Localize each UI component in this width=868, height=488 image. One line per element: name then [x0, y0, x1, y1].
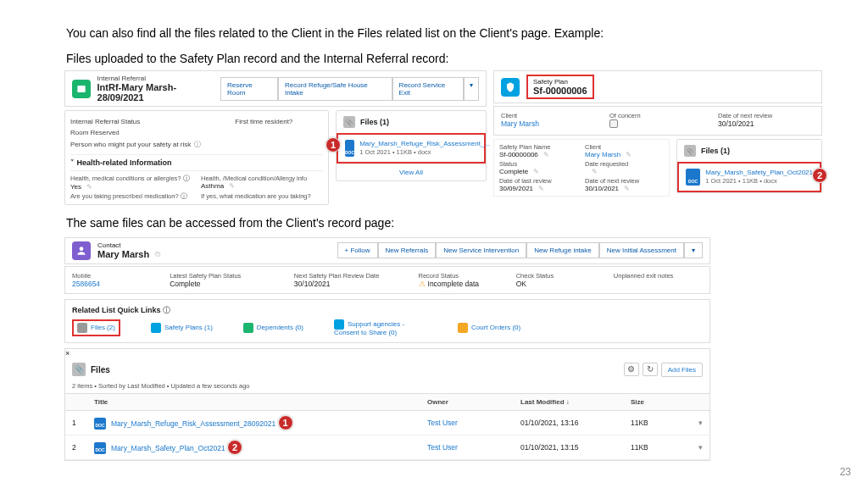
- mobile-link[interactable]: 2586654: [72, 280, 161, 288]
- rlq-files-link[interactable]: Files (2): [72, 319, 120, 336]
- files-icon: [343, 116, 355, 128]
- callout-badge-1: 1: [278, 415, 293, 430]
- files-icon: [684, 145, 696, 157]
- rlq-title: Related List Quick Links: [72, 305, 703, 316]
- files-card: Files (1) Mary_Marsh_Safety_Plan_Oct2021…: [676, 139, 822, 193]
- record-header: Internal Referral IntRf-Mary Marsh-28/09…: [64, 70, 487, 107]
- field-label: Client: [501, 112, 598, 119]
- intro-text: You can also find all the files related …: [66, 25, 802, 42]
- new-referrals-button[interactable]: New Referrals: [378, 242, 437, 258]
- file-title-link[interactable]: Mary_Marsh_Safety_Plan_Oct2021: [111, 444, 225, 452]
- field-value: Incomplete data: [419, 280, 508, 288]
- client-link[interactable]: Mary Marsh: [585, 151, 664, 158]
- more-actions-button[interactable]: ▾: [464, 77, 479, 101]
- table-row[interactable]: 1 Mary_Marsh_Refuge_Risk_Assessment_2809…: [65, 410, 709, 435]
- safety-plan-icon: [501, 78, 520, 97]
- more-actions-button[interactable]: ▾: [684, 242, 703, 258]
- field-value: 30/09/2021: [499, 185, 578, 192]
- safety-plan-record: Safety Plan Sf-00000006 ClientMary Marsh…: [493, 70, 822, 205]
- record-name: Sf-00000006: [533, 86, 587, 96]
- field-value: [585, 168, 664, 175]
- settings-button[interactable]: ⚙: [624, 363, 639, 376]
- field-label: Room Reserved: [70, 129, 201, 136]
- field-label: Person who might put your safety at risk: [70, 140, 201, 149]
- files-header: Files (1): [360, 118, 389, 126]
- refresh-button[interactable]: ↻: [643, 363, 658, 376]
- record-exit-button[interactable]: Record Service Exit: [392, 77, 464, 101]
- field-label: Of concern: [609, 112, 706, 119]
- related-list-quick-links: Related List Quick Links Files (2) Safet…: [64, 299, 710, 343]
- doc-icon: [345, 140, 354, 157]
- field-label: If yes, what medication are you taking?: [201, 192, 323, 201]
- field-label: Date of next review: [585, 177, 664, 185]
- field-label: Internal Referral Status: [70, 118, 201, 125]
- field-label: Mobile: [72, 272, 161, 280]
- cell-size: 11KB: [624, 410, 692, 435]
- file-title-link[interactable]: Mary_Marsh_Refuge_Risk_Assessment_280920…: [111, 419, 275, 428]
- field-value: Complete: [170, 280, 286, 288]
- rlq-support-agencies-link[interactable]: Support agencies - Consent to Share (0): [334, 319, 427, 337]
- same-files-text: The same files can be accessed from the …: [66, 215, 802, 232]
- field-value: 30/10/2021: [718, 119, 815, 128]
- record-object-label: Internal Referral: [97, 75, 220, 82]
- col-title[interactable]: Title: [87, 393, 420, 410]
- file-meta: 1 Oct 2021 • 11KB • docx: [359, 148, 490, 156]
- view-all-link[interactable]: View All: [337, 164, 486, 180]
- callout-badge-2: 2: [227, 440, 242, 455]
- row-index: 2: [65, 435, 87, 459]
- new-initial-assessment-button[interactable]: New Initial Assessment: [599, 242, 684, 258]
- record-header: Safety Plan Sf-00000006: [493, 70, 822, 103]
- internal-referral-icon: [72, 80, 91, 98]
- row-menu-button[interactable]: ▾: [692, 410, 709, 435]
- add-files-button[interactable]: Add Files: [661, 363, 703, 377]
- section-toggle[interactable]: Health-related Information: [70, 154, 323, 171]
- field-label: Latest Safety Plan Status: [170, 272, 286, 280]
- field-label: Next Safety Plan Review Date: [294, 272, 410, 280]
- cell-modified: 01/10/2021, 13:15: [514, 435, 624, 459]
- col-modified[interactable]: Last Modified ↓: [514, 393, 624, 410]
- doc-icon: [94, 442, 106, 454]
- col-owner[interactable]: Owner: [420, 393, 514, 410]
- doc-icon: [94, 418, 106, 430]
- record-object-label: Contact: [97, 241, 161, 249]
- field-label: First time resident?: [235, 118, 292, 125]
- callout-badge-2: 2: [812, 168, 827, 183]
- cell-modified: 01/10/2021, 13:16: [514, 410, 624, 435]
- record-object-label: Safety Plan: [533, 78, 587, 86]
- owner-link[interactable]: Test User: [420, 410, 514, 435]
- field-value: OK: [516, 280, 605, 288]
- files-card: Files (1) Mary_Marsh_Refuge_Risk_Assessm…: [336, 110, 487, 181]
- field-value: 30/10/2021: [585, 185, 664, 192]
- field-label: Safety Plan Name: [499, 143, 578, 151]
- col-size[interactable]: Size: [624, 393, 692, 410]
- contact-record: Contact Mary Marsh ♲ + Follow New Referr…: [64, 237, 710, 461]
- owner-link[interactable]: Test User: [420, 435, 514, 459]
- client-link[interactable]: Mary Marsh: [501, 119, 598, 128]
- field-value: Complete: [499, 168, 578, 175]
- follow-button[interactable]: + Follow: [337, 242, 378, 258]
- new-refuge-intake-button[interactable]: New Refuge intake: [526, 242, 599, 258]
- page-number: 23: [840, 466, 851, 478]
- internal-referral-record: Internal Referral IntRf-Mary Marsh-28/09…: [64, 70, 487, 205]
- table-row[interactable]: 2 Mary_Marsh_Safety_Plan_Oct2021 2 Test …: [65, 435, 709, 459]
- hierarchy-icon[interactable]: ♲: [154, 250, 161, 258]
- rlq-safety-plans-link[interactable]: Safety Plans (1): [151, 323, 213, 333]
- file-item[interactable]: Mary_Marsh_Refuge_Risk_Assessment_... 1 …: [337, 133, 486, 164]
- field-label: Health, medical conditions or allergies?…: [70, 175, 192, 183]
- field-label: Date of last review: [499, 177, 578, 185]
- field-label: Record Status: [419, 272, 508, 280]
- rlq-court-orders-link[interactable]: Court Orders (0): [458, 323, 520, 333]
- field-label: Are you taking prescribed medication? ⓘ: [70, 192, 192, 201]
- doc-icon: [686, 169, 700, 186]
- row-menu-button[interactable]: ▾: [692, 435, 709, 459]
- close-icon[interactable]: ×: [65, 349, 70, 358]
- file-name: Mary_Marsh_Refuge_Risk_Assessment_...: [359, 141, 490, 148]
- reserve-room-button[interactable]: Reserve Room: [220, 77, 278, 101]
- field-value: Asthma: [201, 182, 323, 190]
- file-item[interactable]: Mary_Marsh_Safety_Plan_Oct2021 1 Oct 202…: [677, 162, 821, 192]
- rlq-dependents-link[interactable]: Dependents (0): [243, 323, 303, 333]
- new-service-intervention-button[interactable]: New Service Intervention: [436, 242, 526, 258]
- files-table: Title Owner Last Modified ↓ Size 1 Mary_…: [65, 393, 709, 460]
- record-name: IntRf-Mary Marsh-28/09/2021: [97, 82, 220, 103]
- record-intake-button[interactable]: Record Refuge/Safe House Intake: [278, 77, 392, 101]
